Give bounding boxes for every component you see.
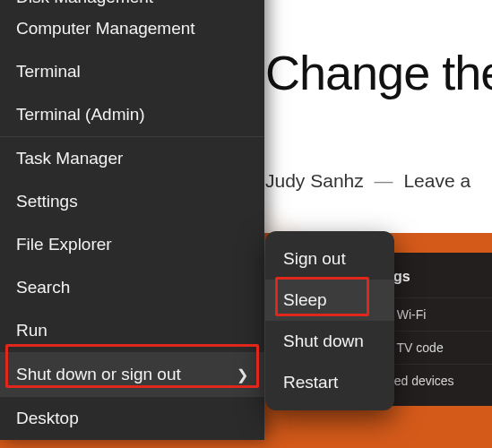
menu-item-settings[interactable]: Settings [0, 180, 264, 223]
shutdown-submenu: Sign out Sleep Shut down Restart [265, 231, 394, 410]
byline-action[interactable]: Leave a [403, 170, 470, 191]
byline-author: Judy Sanhz [265, 170, 364, 191]
menu-item-shutdown-signout[interactable]: Shut down or sign out ❯ [0, 353, 264, 396]
menu-item-search[interactable]: Search [0, 266, 264, 309]
menu-item-terminal[interactable]: Terminal [0, 50, 264, 93]
article-headline: Change the [265, 45, 492, 100]
menu-item-desktop[interactable]: Desktop [0, 397, 264, 440]
menu-item-computer-management[interactable]: Computer Management [0, 7, 264, 50]
menu-item-terminal-admin[interactable]: Terminal (Admin) [0, 93, 264, 136]
menu-item-task-manager[interactable]: Task Manager [0, 137, 264, 180]
article-byline: Judy Sanhz — Leave a [265, 170, 470, 192]
submenu-item-restart[interactable]: Restart [265, 362, 394, 403]
submenu-item-signout[interactable]: Sign out [265, 238, 394, 280]
menu-item-disk-management[interactable]: Disk Management [0, 0, 264, 7]
menu-item-run[interactable]: Run [0, 309, 264, 352]
winx-power-menu: Disk Management Computer Management Term… [0, 0, 264, 440]
submenu-item-sleep[interactable]: Sleep [265, 280, 394, 321]
submenu-item-shutdown[interactable]: Shut down [265, 321, 394, 362]
menu-item-label: Shut down or sign out [16, 365, 181, 384]
chevron-right-icon: ❯ [237, 366, 248, 383]
byline-separator: — [375, 170, 393, 191]
menu-item-file-explorer[interactable]: File Explorer [0, 223, 264, 266]
